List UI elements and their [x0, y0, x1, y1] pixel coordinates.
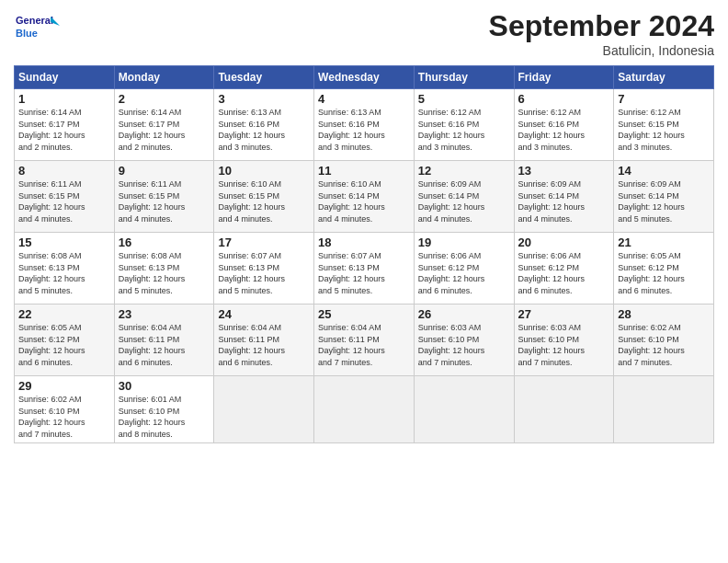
- logo: General Blue: [14, 9, 60, 46]
- day-info: Sunrise: 6:13 AMSunset: 6:16 PMDaylight:…: [218, 107, 310, 153]
- svg-text:General: General: [16, 15, 53, 26]
- calendar-container: General Blue September 2024 Batulicin, I…: [0, 0, 728, 453]
- day-number: 6: [518, 92, 610, 106]
- calendar-cell: 11Sunrise: 6:10 AMSunset: 6:14 PMDayligh…: [314, 161, 415, 233]
- day-info: Sunrise: 6:03 AMSunset: 6:10 PMDaylight:…: [518, 322, 610, 368]
- day-number: 18: [318, 236, 410, 249]
- calendar-cell: 7Sunrise: 6:12 AMSunset: 6:15 PMDaylight…: [614, 89, 714, 161]
- day-info: Sunrise: 6:03 AMSunset: 6:10 PMDaylight:…: [418, 322, 510, 368]
- day-number: 2: [119, 92, 210, 106]
- header-friday: Friday: [514, 66, 614, 89]
- week-row-1: 1Sunrise: 6:14 AMSunset: 6:17 PMDaylight…: [15, 89, 714, 161]
- header-saturday: Saturday: [614, 66, 714, 89]
- day-number: 4: [318, 92, 410, 106]
- day-number: 23: [119, 307, 210, 321]
- header-row: SundayMondayTuesdayWednesdayThursdayFrid…: [15, 66, 714, 89]
- calendar-cell: 15Sunrise: 6:08 AMSunset: 6:13 PMDayligh…: [15, 233, 115, 304]
- header-thursday: Thursday: [414, 66, 514, 89]
- calendar-cell: 5Sunrise: 6:12 AMSunset: 6:16 PMDaylight…: [414, 89, 514, 161]
- day-info: Sunrise: 6:04 AMSunset: 6:11 PMDaylight:…: [119, 322, 210, 368]
- day-info: Sunrise: 6:06 AMSunset: 6:12 PMDaylight:…: [518, 250, 610, 296]
- day-info: Sunrise: 6:11 AMSunset: 6:15 PMDaylight:…: [18, 178, 110, 224]
- calendar-cell: 28Sunrise: 6:02 AMSunset: 6:10 PMDayligh…: [614, 304, 714, 376]
- calendar-cell: 3Sunrise: 6:13 AMSunset: 6:16 PMDaylight…: [214, 89, 314, 161]
- calendar-cell: 19Sunrise: 6:06 AMSunset: 6:12 PMDayligh…: [414, 233, 514, 304]
- title-area: September 2024 Batulicin, Indonesia: [489, 9, 714, 58]
- day-number: 16: [119, 236, 210, 249]
- day-info: Sunrise: 6:05 AMSunset: 6:12 PMDaylight:…: [18, 322, 110, 368]
- day-info: Sunrise: 6:06 AMSunset: 6:12 PMDaylight:…: [418, 250, 510, 296]
- week-row-4: 22Sunrise: 6:05 AMSunset: 6:12 PMDayligh…: [15, 304, 714, 376]
- header-monday: Monday: [114, 66, 214, 89]
- day-number: 13: [518, 164, 610, 178]
- day-number: 15: [18, 236, 110, 249]
- day-number: 27: [518, 307, 610, 321]
- day-number: 19: [418, 236, 510, 249]
- day-number: 11: [318, 164, 410, 178]
- day-info: Sunrise: 6:12 AMSunset: 6:16 PMDaylight:…: [518, 107, 610, 153]
- logo-svg: General Blue: [14, 9, 60, 46]
- calendar-cell: 6Sunrise: 6:12 AMSunset: 6:16 PMDaylight…: [514, 89, 614, 161]
- day-number: 30: [119, 379, 210, 393]
- day-info: Sunrise: 6:02 AMSunset: 6:10 PMDaylight:…: [618, 322, 710, 368]
- day-info: Sunrise: 6:14 AMSunset: 6:17 PMDaylight:…: [119, 107, 210, 153]
- header-sunday: Sunday: [15, 66, 115, 89]
- calendar-cell: [414, 376, 514, 443]
- calendar-table: SundayMondayTuesdayWednesdayThursdayFrid…: [14, 65, 714, 443]
- calendar-cell: 13Sunrise: 6:09 AMSunset: 6:14 PMDayligh…: [514, 161, 614, 233]
- calendar-cell: 2Sunrise: 6:14 AMSunset: 6:17 PMDaylight…: [114, 89, 214, 161]
- day-number: 22: [18, 307, 110, 321]
- day-info: Sunrise: 6:05 AMSunset: 6:12 PMDaylight:…: [618, 250, 710, 296]
- calendar-cell: 16Sunrise: 6:08 AMSunset: 6:13 PMDayligh…: [114, 233, 214, 304]
- day-info: Sunrise: 6:07 AMSunset: 6:13 PMDaylight:…: [318, 250, 410, 296]
- day-number: 9: [119, 164, 210, 178]
- calendar-cell: 22Sunrise: 6:05 AMSunset: 6:12 PMDayligh…: [15, 304, 115, 376]
- calendar-cell: 10Sunrise: 6:10 AMSunset: 6:15 PMDayligh…: [214, 161, 314, 233]
- day-info: Sunrise: 6:14 AMSunset: 6:17 PMDaylight:…: [18, 107, 110, 153]
- calendar-cell: 17Sunrise: 6:07 AMSunset: 6:13 PMDayligh…: [214, 233, 314, 304]
- week-row-5: 29Sunrise: 6:02 AMSunset: 6:10 PMDayligh…: [15, 376, 714, 443]
- week-row-3: 15Sunrise: 6:08 AMSunset: 6:13 PMDayligh…: [15, 233, 714, 304]
- day-number: 25: [318, 307, 410, 321]
- calendar-cell: [314, 376, 415, 443]
- day-number: 3: [218, 92, 310, 106]
- calendar-cell: 4Sunrise: 6:13 AMSunset: 6:16 PMDaylight…: [314, 89, 415, 161]
- calendar-cell: 14Sunrise: 6:09 AMSunset: 6:14 PMDayligh…: [614, 161, 714, 233]
- day-info: Sunrise: 6:12 AMSunset: 6:16 PMDaylight:…: [418, 107, 510, 153]
- day-info: Sunrise: 6:10 AMSunset: 6:15 PMDaylight:…: [218, 178, 310, 224]
- day-info: Sunrise: 6:09 AMSunset: 6:14 PMDaylight:…: [418, 178, 510, 224]
- calendar-cell: [614, 376, 714, 443]
- day-number: 12: [418, 164, 510, 178]
- header-tuesday: Tuesday: [214, 66, 314, 89]
- day-info: Sunrise: 6:08 AMSunset: 6:13 PMDaylight:…: [18, 250, 110, 296]
- day-number: 29: [18, 379, 110, 393]
- location-subtitle: Batulicin, Indonesia: [489, 43, 714, 58]
- calendar-cell: 26Sunrise: 6:03 AMSunset: 6:10 PMDayligh…: [414, 304, 514, 376]
- day-info: Sunrise: 6:04 AMSunset: 6:11 PMDaylight:…: [218, 322, 310, 368]
- week-row-2: 8Sunrise: 6:11 AMSunset: 6:15 PMDaylight…: [15, 161, 714, 233]
- day-number: 5: [418, 92, 510, 106]
- header: General Blue September 2024 Batulicin, I…: [14, 9, 714, 58]
- calendar-cell: 18Sunrise: 6:07 AMSunset: 6:13 PMDayligh…: [314, 233, 415, 304]
- calendar-cell: 8Sunrise: 6:11 AMSunset: 6:15 PMDaylight…: [15, 161, 115, 233]
- day-number: 8: [18, 164, 110, 178]
- day-number: 10: [218, 164, 310, 178]
- calendar-cell: 12Sunrise: 6:09 AMSunset: 6:14 PMDayligh…: [414, 161, 514, 233]
- calendar-cell: 21Sunrise: 6:05 AMSunset: 6:12 PMDayligh…: [614, 233, 714, 304]
- day-number: 14: [618, 164, 710, 178]
- day-info: Sunrise: 6:11 AMSunset: 6:15 PMDaylight:…: [119, 178, 210, 224]
- calendar-cell: [514, 376, 614, 443]
- calendar-cell: 24Sunrise: 6:04 AMSunset: 6:11 PMDayligh…: [214, 304, 314, 376]
- day-info: Sunrise: 6:09 AMSunset: 6:14 PMDaylight:…: [618, 178, 710, 224]
- day-info: Sunrise: 6:10 AMSunset: 6:14 PMDaylight:…: [318, 178, 410, 224]
- calendar-cell: 20Sunrise: 6:06 AMSunset: 6:12 PMDayligh…: [514, 233, 614, 304]
- calendar-cell: 25Sunrise: 6:04 AMSunset: 6:11 PMDayligh…: [314, 304, 415, 376]
- calendar-cell: 9Sunrise: 6:11 AMSunset: 6:15 PMDaylight…: [114, 161, 214, 233]
- calendar-cell: 1Sunrise: 6:14 AMSunset: 6:17 PMDaylight…: [15, 89, 115, 161]
- day-info: Sunrise: 6:13 AMSunset: 6:16 PMDaylight:…: [318, 107, 410, 153]
- day-info: Sunrise: 6:12 AMSunset: 6:15 PMDaylight:…: [618, 107, 710, 153]
- day-number: 26: [418, 307, 510, 321]
- day-info: Sunrise: 6:08 AMSunset: 6:13 PMDaylight:…: [119, 250, 210, 296]
- day-info: Sunrise: 6:02 AMSunset: 6:10 PMDaylight:…: [18, 394, 110, 440]
- day-info: Sunrise: 6:04 AMSunset: 6:11 PMDaylight:…: [318, 322, 410, 368]
